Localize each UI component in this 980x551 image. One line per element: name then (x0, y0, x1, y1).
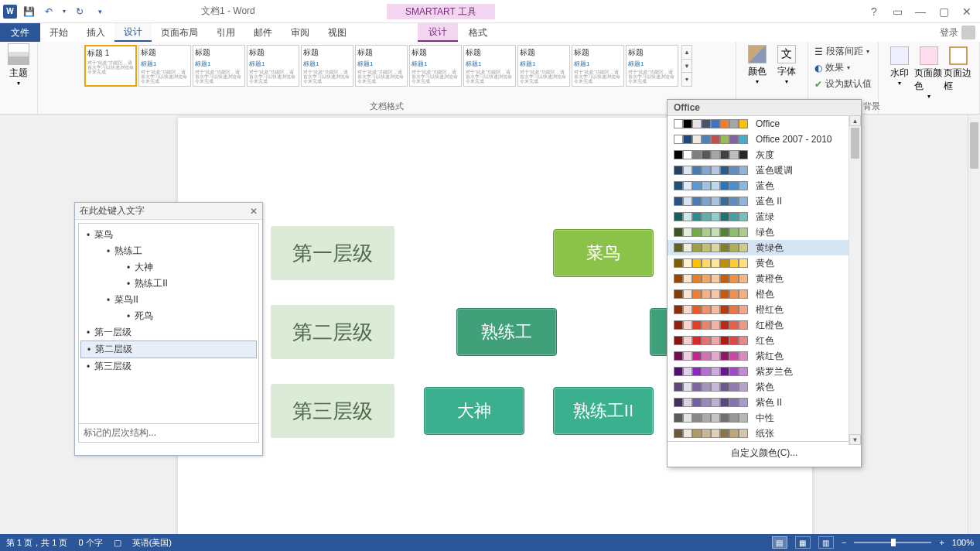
colors-scrollbar-thumb[interactable] (851, 128, 859, 159)
qat-undo-dropdown[interactable]: ▾ (60, 3, 68, 20)
color-scheme-row[interactable]: 蓝色 (668, 178, 861, 193)
color-scheme-row[interactable]: 橙色 (668, 286, 861, 302)
color-scheme-row[interactable]: 中性 (668, 410, 861, 426)
scrollbar-thumb[interactable] (970, 122, 978, 169)
style-gallery-item[interactable]: 标题标题1对于"此处"功能区，请首次学习以快速浏览命令来完成 (517, 45, 570, 87)
color-scheme-row[interactable]: Office 2007 - 2010 (668, 132, 861, 147)
tab-插入[interactable]: 插入 (77, 23, 114, 42)
ctx-tab-设计[interactable]: 设计 (418, 23, 458, 42)
tab-file[interactable]: 文件 (0, 23, 40, 42)
smartart-node[interactable]: 熟练工 (456, 308, 557, 356)
color-scheme-row[interactable]: 蓝色暖调 (668, 163, 861, 178)
fonts-button[interactable]: 文 字体 ▾ (772, 43, 801, 85)
text-pane-item[interactable]: 熟练工II (80, 276, 257, 292)
color-scheme-row[interactable]: 黄色 (668, 255, 861, 271)
color-scheme-row[interactable]: 蓝绿 (668, 209, 861, 224)
zoom-slider-thumb[interactable] (891, 539, 896, 546)
style-gallery[interactable]: 标题 1对于"此处"功能区，请首次学习以快速浏览命令来完成标题标题1对于"此处"… (81, 43, 681, 88)
vertical-scrollbar[interactable] (968, 115, 980, 534)
tab-开始[interactable]: 开始 (40, 23, 77, 42)
status-word-count[interactable]: 0 个字 (78, 537, 102, 549)
smartart-node[interactable]: 熟练工II (553, 387, 654, 435)
tab-页面布局[interactable]: 页面布局 (152, 23, 207, 42)
zoom-out-button[interactable]: − (842, 538, 846, 547)
color-scheme-row[interactable]: 纸张 (668, 426, 861, 441)
tab-视图[interactable]: 视图 (319, 23, 356, 42)
gallery-down[interactable]: ▼ (682, 59, 691, 73)
status-language[interactable]: 英语(美国) (132, 537, 172, 549)
qat-customize-button[interactable]: ▾ (91, 3, 108, 20)
text-pane-item[interactable]: 菜鸟 (80, 227, 257, 243)
smartart-node[interactable]: 菜鸟 (553, 229, 654, 277)
close-button[interactable]: ✕ (957, 3, 977, 20)
smartart-level-label[interactable]: 第三层级 (271, 384, 394, 438)
text-pane-close-button[interactable]: ✕ (250, 206, 258, 217)
text-pane-footer[interactable]: 标记的层次结构... (78, 424, 259, 443)
view-print-layout[interactable]: ▤ (772, 536, 787, 549)
color-scheme-row[interactable]: 红色 (668, 333, 861, 348)
style-gallery-item[interactable]: 标题标题1对于"此处"功能区，请首次学习以快速浏览命令来完成 (301, 45, 353, 87)
style-gallery-item[interactable]: 标题标题1对于"此处"功能区，请首次学习以快速浏览命令来完成 (193, 45, 245, 87)
page-borders-button[interactable]: 页面边框 (944, 45, 973, 93)
smartart-level-label[interactable]: 第一层级 (271, 226, 394, 280)
style-gallery-item[interactable]: 标题标题1对于"此处"功能区，请首次学习以快速浏览命令来完成 (463, 45, 516, 87)
smartart-level-label[interactable]: 第二层级 (271, 305, 394, 359)
color-scheme-row[interactable]: 蓝色 II (668, 193, 861, 209)
zoom-level[interactable]: 100% (952, 538, 974, 547)
colors-button[interactable]: 颜色 ▾ (743, 43, 772, 85)
style-gallery-item[interactable]: 标题标题1对于"此处"功能区，请首次学习以快速浏览命令来完成 (409, 45, 462, 87)
text-pane-item[interactable]: 菜鸟II (80, 292, 257, 308)
color-scheme-row[interactable]: Office (668, 116, 861, 132)
ctx-tab-格式[interactable]: 格式 (458, 23, 498, 42)
color-scheme-row[interactable]: 黄橙色 (668, 271, 861, 286)
color-scheme-row[interactable]: 紫色 (668, 379, 861, 395)
view-read-mode[interactable]: ▦ (795, 536, 811, 549)
status-page[interactable]: 第 1 页，共 1 页 (6, 537, 67, 549)
login-area[interactable]: 登录 (940, 23, 980, 42)
color-scheme-row[interactable]: 绿色 (668, 224, 861, 240)
minimize-button[interactable]: — (910, 3, 930, 20)
set-default-button[interactable]: ✔设为默认值 (814, 77, 872, 91)
color-scheme-row[interactable]: 灰度 (668, 147, 861, 163)
style-gallery-item[interactable]: 标题标题1对于"此处"功能区，请首次学习以快速浏览命令来完成 (138, 45, 191, 87)
scroll-up-arrow[interactable]: ▲ (849, 115, 861, 126)
tab-引用[interactable]: 引用 (207, 23, 244, 42)
smartart-node[interactable]: 大神 (424, 387, 524, 435)
colors-dropdown-scrollbar[interactable]: ▲ ▼ (849, 115, 861, 445)
restore-button[interactable]: ▢ (934, 3, 954, 20)
watermark-button[interactable]: 水印▾ (885, 45, 914, 87)
color-scheme-row[interactable]: 黄绿色 (668, 240, 861, 255)
text-pane-item[interactable]: 第二层级 (80, 341, 257, 358)
color-scheme-row[interactable]: 橙红色 (668, 302, 861, 317)
color-scheme-row[interactable]: 红橙色 (668, 317, 861, 333)
scroll-down-arrow[interactable]: ▼ (849, 434, 861, 445)
effects-button[interactable]: ◐效果▾ (814, 61, 850, 74)
qat-save-button[interactable]: 💾 (20, 3, 37, 20)
qat-undo-button[interactable]: ↶ (40, 3, 57, 20)
color-scheme-row[interactable]: 紫罗兰色 (668, 364, 861, 379)
color-scheme-row[interactable]: 紫红色 (668, 348, 861, 364)
gallery-up[interactable]: ▲ (682, 46, 691, 59)
style-gallery-item[interactable]: 标题标题1对于"此处"功能区，请首次学习以快速浏览命令来完成 (355, 45, 408, 87)
zoom-in-button[interactable]: + (939, 538, 944, 547)
paragraph-spacing-button[interactable]: ☰段落间距▾ (814, 45, 869, 58)
color-scheme-row[interactable]: 紫色 II (668, 395, 861, 410)
tab-设计[interactable]: 设计 (114, 23, 152, 42)
custom-colors-button[interactable]: 自定义颜色(C)... (668, 441, 861, 464)
status-proofing-icon[interactable]: ▢ (114, 538, 121, 548)
text-pane-item[interactable]: 第一层级 (80, 324, 257, 341)
tab-审阅[interactable]: 审阅 (282, 23, 319, 42)
qat-redo-button[interactable]: ↻ (71, 3, 88, 20)
help-button[interactable]: ? (864, 3, 884, 20)
text-pane-item[interactable]: 大神 (80, 259, 257, 276)
gallery-more[interactable]: ▾ (682, 72, 691, 86)
zoom-slider[interactable] (854, 542, 931, 543)
style-gallery-item[interactable]: 标题标题1对于"此处"功能区，请首次学习以快速浏览命令来完成 (247, 45, 299, 87)
text-pane-item[interactable]: 熟练工 (80, 243, 257, 259)
style-gallery-item[interactable]: 标题标题1对于"此处"功能区，请首次学习以快速浏览命令来完成 (572, 45, 624, 87)
text-pane-list[interactable]: 菜鸟熟练工大神熟练工II菜鸟II死鸟第一层级第二层级第三层级 (78, 223, 259, 424)
style-gallery-item[interactable]: 标题 1对于"此处"功能区，请首次学习以快速浏览命令来完成 (84, 45, 137, 87)
style-gallery-item[interactable]: 标题标题1对于"此处"功能区，请首次学习以快速浏览命令来完成 (626, 45, 678, 87)
text-pane-item[interactable]: 第三层级 (80, 358, 257, 375)
ribbon-display-button[interactable]: ▭ (887, 3, 907, 20)
